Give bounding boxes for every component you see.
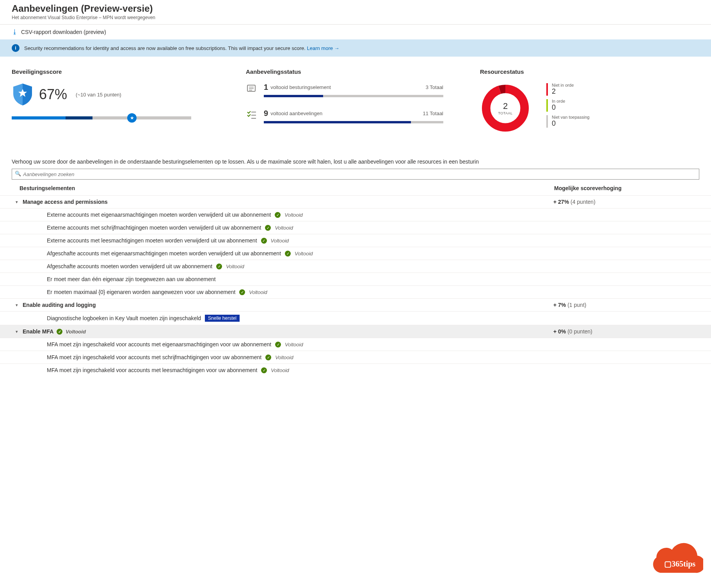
status-title: Aanbevelingsstatus — [246, 68, 464, 75]
donut-total-label: TOTAAL — [498, 111, 512, 115]
legend-item: In orde 0 — [546, 99, 590, 112]
recommendation-row[interactable]: Externe accounts met schrijfmachtigingen… — [0, 221, 711, 234]
completed-label: Voltooid — [284, 212, 303, 218]
check-icon: ✓ — [275, 212, 281, 218]
completed-label: Voltooid — [226, 264, 244, 269]
recommendation-text: MFA moet zijn ingeschakeld voor accounts… — [47, 354, 261, 360]
check-icon: ✓ — [261, 367, 267, 373]
recommendation-row[interactable]: Er moeten maximaal {0} eigenaren worden … — [0, 285, 711, 298]
recommendation-text: Diagnostische logboeken in Key Vault moe… — [47, 315, 201, 321]
score-increase: + 0% — [553, 328, 566, 335]
recommendation-text: MFA moet zijn ingeschakeld voor accounts… — [47, 341, 271, 347]
shield-icon — [12, 83, 34, 106]
status-label: voltooid aanbevelingen — [270, 110, 420, 116]
legend-label: Niet van toepassing — [552, 115, 590, 119]
search-input[interactable] — [12, 169, 699, 180]
learn-more-link[interactable]: Learn more → — [307, 45, 339, 51]
chevron-down-icon: ▾ — [16, 303, 23, 308]
status-total: 11 Totaal — [423, 110, 443, 116]
recommendation-row[interactable]: Afgeschafte accounts moeten worden verwi… — [0, 260, 711, 273]
recommendation-text: Externe accounts met schrijfmachtigingen… — [47, 225, 261, 231]
resource-title: Resourcestatus — [480, 68, 590, 75]
main-description: Verhoog uw score door de aanbevelingen i… — [0, 159, 711, 165]
legend-label: In orde — [552, 99, 565, 103]
completed-label: Voltooid — [271, 367, 289, 373]
score-percent: 67% — [39, 86, 67, 103]
recommendation-row[interactable]: Afgeschafte accounts met eigenaarsmachti… — [0, 247, 711, 260]
completed-label: Voltooid — [275, 225, 293, 231]
check-icon: ✓ — [265, 355, 271, 360]
recommendation-text: Er moeten maximaal {0} eigenaren worden … — [47, 289, 235, 295]
completed-label: Voltooid — [295, 251, 313, 257]
score-increase-pts: (4 punten) — [571, 199, 595, 205]
banner-text: Security recommendations for identity an… — [24, 45, 307, 51]
completed-label: Voltooid — [271, 238, 289, 244]
score-increase: + 7% — [553, 302, 566, 308]
score-title: Beveiligingsscore — [12, 68, 230, 75]
legend-label: Niet in orde — [552, 83, 574, 87]
score-increase-pts: (1 punt) — [567, 302, 586, 308]
legend-value: 2 — [552, 87, 574, 96]
status-bar — [264, 95, 443, 97]
control-name: Manage access and permissions — [23, 199, 108, 205]
recommendation-text: Er moet meer dan één eigenaar zijn toege… — [47, 276, 216, 282]
status-total: 3 Totaal — [426, 84, 443, 90]
control-name: Enable auditing and logging — [23, 302, 96, 308]
control-row[interactable]: ▾ Enable MFA ✓ Voltooid + 0% (0 punten) — [0, 325, 711, 338]
check-icon: ✓ — [275, 342, 281, 347]
recommendation-row[interactable]: Er moet meer dan één eigenaar zijn toege… — [0, 273, 711, 285]
completed-label: Voltooid — [249, 289, 267, 295]
recommendation-text: Afgeschafte accounts met eigenaarsmachti… — [47, 250, 281, 257]
status-icon — [246, 109, 257, 120]
info-banner: i Security recommendations for identity … — [0, 39, 711, 57]
resource-donut: 2 TOTAAL — [480, 83, 531, 134]
completed-label: Voltooid — [66, 329, 86, 335]
recommendation-row[interactable]: MFA moet zijn ingeschakeld voor accounts… — [0, 363, 711, 376]
status-label: voltooid besturingselement — [270, 84, 423, 90]
quickfix-badge[interactable]: Snelle herstel — [205, 315, 240, 322]
legend-value: 0 — [552, 103, 565, 112]
check-icon: ✓ — [265, 225, 271, 231]
check-icon: ✓ — [261, 238, 267, 244]
col-score-header[interactable]: Mogelijke scoreverhoging — [554, 185, 622, 191]
completed-label: Voltooid — [275, 355, 293, 360]
score-progress-bar: ★ — [12, 116, 191, 119]
download-csv-button[interactable]: CSV-rapport downloaden (preview) — [21, 29, 106, 35]
download-icon: ⭳ — [12, 29, 18, 36]
col-controls-header[interactable]: Besturingselementen — [20, 185, 554, 191]
page-subtitle: Het abonnement Visual Studio Enterprise … — [12, 15, 699, 20]
check-icon: ✓ — [285, 251, 291, 257]
recommendation-text: MFA moet zijn ingeschakeld voor accounts… — [47, 367, 257, 373]
recommendation-row[interactable]: Diagnostische logboeken in Key Vault moe… — [0, 311, 711, 325]
check-icon: ✓ — [239, 289, 245, 295]
control-row[interactable]: ▾ Manage access and permissions + 27% (4… — [0, 195, 711, 208]
status-bar — [264, 121, 443, 123]
info-icon: i — [12, 44, 20, 52]
recommendation-text: Externe accounts met eigenaarsmachtiging… — [47, 212, 271, 218]
recommendation-row[interactable]: Externe accounts met leesmachtigingen mo… — [0, 234, 711, 247]
status-icon — [246, 83, 257, 94]
status-num: 9 — [264, 109, 268, 118]
recommendation-row[interactable]: MFA moet zijn ingeschakeld voor accounts… — [0, 351, 711, 363]
chevron-down-icon: ▾ — [16, 200, 23, 205]
recommendation-text: Externe accounts met leesmachtigingen mo… — [47, 237, 257, 244]
legend-value: 0 — [552, 119, 590, 128]
legend-item: Niet van toepassing 0 — [546, 115, 590, 128]
page-title: Aanbevelingen (Preview-versie) — [12, 3, 699, 14]
legend-item: Niet in orde 2 — [546, 83, 590, 96]
check-icon: ✓ — [57, 329, 62, 335]
score-knob-icon: ★ — [127, 113, 137, 123]
recommendation-text: Afgeschafte accounts moeten worden verwi… — [47, 263, 212, 269]
recommendation-row[interactable]: MFA moet zijn ingeschakeld voor accounts… — [0, 338, 711, 351]
status-num: 1 — [264, 83, 268, 92]
completed-label: Voltooid — [285, 342, 303, 347]
control-name: Enable MFA — [23, 328, 53, 335]
search-icon: 🔍 — [15, 171, 21, 176]
donut-total-num: 2 — [503, 101, 508, 111]
score-increase-pts: (0 punten) — [567, 328, 592, 335]
chevron-down-icon: ▾ — [16, 329, 23, 334]
score-subtext: (~10 van 15 punten) — [76, 92, 121, 98]
recommendation-row[interactable]: Externe accounts met eigenaarsmachtiging… — [0, 208, 711, 221]
check-icon: ✓ — [216, 264, 222, 269]
control-row[interactable]: ▾ Enable auditing and logging + 7% (1 pu… — [0, 298, 711, 311]
